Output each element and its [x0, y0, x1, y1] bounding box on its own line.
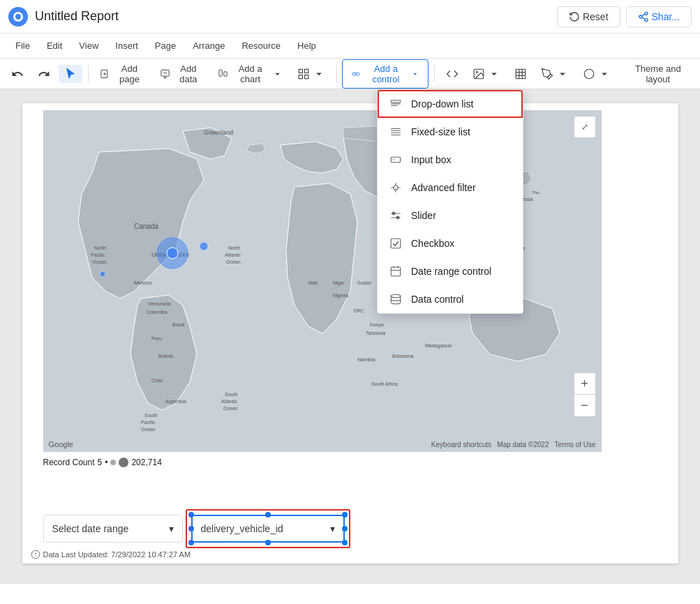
menu-help[interactable]: Help	[290, 38, 323, 54]
advanced-filter-icon	[389, 181, 403, 195]
menu-item-date-range[interactable]: Date range control	[378, 257, 523, 285]
add-chart-chevron-icon	[272, 68, 283, 80]
handle-bottom-left[interactable]	[188, 540, 194, 545]
add-chart-button[interactable]: Add a chart	[212, 61, 289, 87]
grid-icon	[297, 68, 310, 80]
svg-text:Peru: Peru	[151, 336, 162, 341]
add-data-button[interactable]: Add data	[154, 61, 209, 87]
frame-icon	[514, 68, 527, 80]
frame-button[interactable]	[509, 65, 533, 83]
map-attribution: Keyboard shortcuts Map data ©2022 Terms …	[431, 441, 596, 448]
svg-point-94	[394, 186, 398, 190]
data-control-icon	[389, 292, 403, 306]
legend-dot-large	[119, 458, 128, 467]
add-control-button[interactable]: Add a control	[342, 59, 428, 89]
shape-icon	[583, 68, 595, 80]
svg-text:South Africa: South Africa	[371, 382, 398, 386]
svg-text:Pacific: Pacific	[91, 252, 105, 257]
map-google-label: Google	[49, 440, 73, 448]
date-range-select[interactable]: Select date range ▾	[43, 515, 183, 543]
menu-file[interactable]: File	[8, 38, 37, 54]
handle-bottom-right[interactable]	[342, 540, 348, 545]
svg-point-1	[639, 15, 642, 18]
svg-point-21	[476, 71, 477, 73]
svg-rect-16	[299, 75, 302, 78]
add-chart-icon	[218, 68, 228, 80]
dropdown-list-icon	[389, 97, 403, 111]
svg-text:Pacific: Pacific	[141, 420, 156, 425]
menu-insert[interactable]: Insert	[108, 38, 145, 54]
menu-item-fixed-size-list[interactable]: Fixed-size list	[378, 118, 523, 146]
canvas-area: Canada United States Mexico North Pacifi…	[0, 89, 700, 583]
svg-point-102	[396, 216, 399, 219]
menu-edit[interactable]: Edit	[40, 38, 69, 54]
add-control-dropdown-menu: Drop-down list Fixed-size list Input box…	[377, 89, 523, 314]
svg-point-101	[392, 212, 395, 215]
checkbox-icon	[389, 236, 403, 250]
code-icon	[446, 68, 459, 80]
svg-text:Atlantic: Atlantic	[225, 252, 241, 257]
add-page-icon	[100, 68, 110, 80]
pen-button[interactable]	[535, 65, 574, 83]
report-page: Canada United States Mexico North Pacifi…	[22, 103, 678, 564]
svg-rect-22	[516, 69, 526, 79]
svg-point-74	[200, 242, 208, 250]
zoom-out-button[interactable]: −	[574, 395, 596, 417]
menu-item-dropdown-list[interactable]: Drop-down list	[378, 90, 523, 118]
menu-item-advanced-filter[interactable]: Advanced filter	[378, 174, 523, 202]
select-icon	[64, 68, 77, 80]
select-button[interactable]	[59, 65, 82, 83]
zoom-in-button[interactable]: +	[574, 372, 596, 395]
menu-item-slider[interactable]: Slider	[378, 202, 523, 229]
svg-rect-12	[219, 70, 222, 76]
svg-text:Namibia: Namibia	[357, 357, 375, 362]
svg-text:North: North	[94, 246, 106, 250]
fixed-size-list-icon	[389, 125, 403, 139]
share-button[interactable]: Shar...	[626, 6, 692, 27]
svg-point-27	[584, 69, 594, 79]
svg-text:Ocean: Ocean	[223, 406, 238, 411]
svg-text:Mali: Mali	[308, 280, 318, 285]
handle-top-left[interactable]	[188, 512, 194, 518]
redo-icon	[38, 68, 50, 80]
handle-bottom-middle[interactable]	[265, 540, 271, 545]
toolbar-divider-3	[434, 66, 435, 82]
toolbar: Add page Add data Add a chart Add a cont…	[0, 59, 700, 89]
reset-button[interactable]: Reset	[557, 6, 620, 27]
handle-top-middle[interactable]	[265, 512, 271, 518]
redo-button[interactable]	[32, 65, 56, 83]
add-page-button[interactable]: Add page	[94, 61, 151, 87]
theme-layout-button[interactable]: Theme and layout	[622, 61, 694, 87]
svg-text:Botswana: Botswana	[392, 354, 414, 358]
layout-grid-button[interactable]	[292, 65, 331, 83]
dropdown-field-control[interactable]: delivery_vehicle_id ▾	[191, 515, 345, 543]
handle-middle-right[interactable]	[342, 526, 348, 531]
undo-button[interactable]	[6, 65, 29, 83]
svg-point-75	[100, 271, 105, 277]
dropdown-chevron-icon: ▾	[330, 523, 335, 534]
record-count: Record Count 5 • 202,714	[43, 458, 162, 467]
menu-item-data-control[interactable]: Data control	[378, 285, 523, 313]
menu-arrange[interactable]: Arrange	[186, 38, 232, 54]
date-range-icon	[389, 264, 403, 278]
menu-resource[interactable]: Resource	[234, 38, 288, 54]
share-icon	[638, 11, 649, 22]
info-icon	[31, 550, 40, 559]
shape-button[interactable]	[577, 65, 616, 83]
code-button[interactable]	[440, 65, 464, 83]
dropdown-field-inner: delivery_vehicle_id ▾	[191, 515, 345, 543]
menu-page[interactable]: Page	[148, 38, 183, 54]
menu-item-input-box[interactable]: Input box	[378, 146, 523, 174]
svg-rect-103	[391, 239, 401, 248]
handle-middle-left[interactable]	[188, 526, 194, 531]
svg-point-73	[167, 248, 178, 259]
image-button[interactable]	[467, 65, 506, 83]
svg-text:Chile: Chile	[151, 378, 163, 383]
svg-text:Canada: Canada	[134, 222, 158, 230]
menu-view[interactable]: View	[72, 38, 105, 54]
expand-map-button[interactable]: ⤢	[574, 116, 596, 138]
map-top-right-controls: ⤢	[574, 116, 596, 138]
svg-point-2	[645, 18, 648, 21]
handle-top-right[interactable]	[342, 512, 348, 518]
menu-item-checkbox[interactable]: Checkbox	[378, 229, 523, 257]
